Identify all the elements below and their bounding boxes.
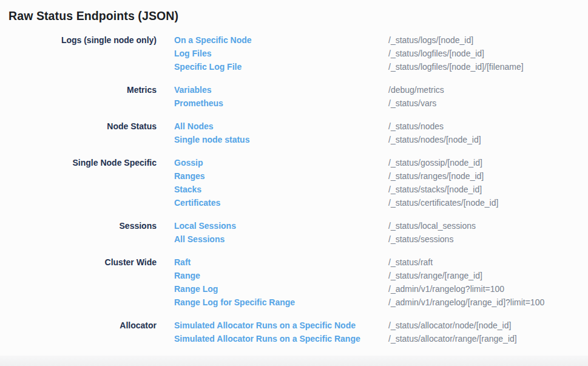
section-category-cell: Logs (single node only): [0, 33, 157, 73]
section-category-cell: Single Node Specific: [0, 156, 157, 209]
section-links-column: RaftRangeRange LogRange Log for Specific…: [157, 256, 388, 309]
endpoint-path: /_status/vars: [388, 97, 588, 110]
footer-strip: [0, 356, 588, 366]
endpoint-link[interactable]: Raft: [174, 256, 388, 269]
endpoint-link[interactable]: Stacks: [174, 183, 388, 196]
endpoint-path: /debug/metrics: [388, 83, 588, 97]
section-category-label: Metrics: [0, 83, 157, 97]
endpoint-section: Metrics VariablesPrometheus /debug/metri…: [0, 83, 588, 110]
section-category-cell: Node Status: [0, 120, 157, 146]
endpoint-section: Sessions Local SessionsAll Sessions /_st…: [0, 219, 588, 246]
section-category-cell: Sessions: [0, 219, 157, 246]
endpoint-link[interactable]: Simulated Allocator Runs on a Specific N…: [174, 319, 388, 332]
section-links-column: All NodesSingle node status: [157, 120, 388, 146]
section-links-column: VariablesPrometheus: [157, 83, 388, 110]
endpoint-path: /_admin/v1/rangelog/[range_id]?limit=100: [388, 296, 588, 309]
endpoint-path: /_status/logfiles/[node_id]: [388, 47, 588, 60]
endpoint-section: Logs (single node only) On a Specific No…: [0, 33, 588, 73]
endpoint-path: /_status/logfiles/[node_id]/[filename]: [388, 60, 588, 73]
section-category-label: Node Status: [0, 120, 157, 133]
section-category-cell: Allocator: [0, 319, 157, 345]
endpoint-path: /_status/ranges/[node_id]: [388, 169, 588, 183]
endpoint-path: /_status/gossip/[node_id]: [388, 156, 588, 169]
endpoint-path: /_status/allocator/range/[range_id]: [388, 332, 588, 345]
endpoints-table: Logs (single node only) On a Specific No…: [0, 33, 588, 345]
endpoint-section: Single Node Specific GossipRangesStacksC…: [0, 156, 588, 209]
endpoint-link[interactable]: Local Sessions: [174, 219, 388, 232]
endpoint-path: /_status/allocator/node/[node_id]: [388, 319, 588, 332]
section-category-label: Allocator: [0, 319, 157, 332]
section-category-label: Logs (single node only): [0, 33, 157, 47]
endpoint-link[interactable]: Range Log for Specific Range: [174, 296, 388, 309]
endpoint-link[interactable]: Simulated Allocator Runs on a Specific R…: [174, 332, 388, 345]
page-title: Raw Status Endpoints (JSON): [8, 8, 588, 23]
endpoint-path: /_status/raft: [388, 256, 588, 269]
endpoint-section: Cluster Wide RaftRangeRange LogRange Log…: [0, 256, 588, 309]
section-links-column: GossipRangesStacksCertificates: [157, 156, 388, 209]
section-endpoints-column: /_status/raft/_status/range/[range_id]/_…: [388, 256, 588, 309]
section-category-label: Single Node Specific: [0, 156, 157, 169]
section-links-column: Simulated Allocator Runs on a Specific N…: [157, 319, 388, 345]
section-endpoints-column: /_status/local_sessions/_status/sessions: [388, 219, 588, 246]
endpoint-path: /_status/sessions: [388, 232, 588, 246]
endpoint-link[interactable]: All Nodes: [174, 120, 388, 133]
endpoint-link[interactable]: Variables: [174, 83, 388, 97]
endpoint-section: Allocator Simulated Allocator Runs on a …: [0, 319, 588, 345]
section-category-cell: Cluster Wide: [0, 256, 157, 309]
endpoint-link[interactable]: Range Log: [174, 282, 388, 296]
endpoint-link[interactable]: Range: [174, 269, 388, 282]
section-category-cell: Metrics: [0, 83, 157, 110]
section-category-label: Sessions: [0, 219, 157, 232]
endpoint-link[interactable]: Ranges: [174, 169, 388, 183]
endpoint-path: /_status/local_sessions: [388, 219, 588, 232]
endpoint-link[interactable]: Log Files: [174, 47, 388, 60]
section-endpoints-column: /_status/allocator/node/[node_id]/_statu…: [388, 319, 588, 345]
endpoint-path: /_status/nodes: [388, 120, 588, 133]
section-endpoints-column: /debug/metrics/_status/vars: [388, 83, 588, 110]
section-category-label: Cluster Wide: [0, 256, 157, 269]
endpoint-path: /_status/stacks/[node_id]: [388, 183, 588, 196]
endpoint-link[interactable]: Prometheus: [174, 97, 388, 110]
endpoint-link[interactable]: Specific Log File: [174, 60, 388, 73]
endpoint-section: Node Status All NodesSingle node status …: [0, 120, 588, 146]
raw-status-endpoints-page: Raw Status Endpoints (JSON) Logs (single…: [0, 0, 588, 345]
section-endpoints-column: /_status/logs/[node_id]/_status/logfiles…: [388, 33, 588, 73]
endpoint-path: /_admin/v1/rangelog?limit=100: [388, 282, 588, 296]
section-links-column: On a Specific NodeLog FilesSpecific Log …: [157, 33, 388, 73]
section-links-column: Local SessionsAll Sessions: [157, 219, 388, 246]
section-endpoints-column: /_status/nodes/_status/nodes/[node_id]: [388, 120, 588, 146]
endpoint-path: /_status/nodes/[node_id]: [388, 133, 588, 146]
endpoint-link[interactable]: All Sessions: [174, 232, 388, 246]
endpoint-link[interactable]: Gossip: [174, 156, 388, 169]
section-endpoints-column: /_status/gossip/[node_id]/_status/ranges…: [388, 156, 588, 209]
endpoint-path: /_status/range/[range_id]: [388, 269, 588, 282]
endpoint-link[interactable]: Certificates: [174, 196, 388, 209]
endpoint-path: /_status/logs/[node_id]: [388, 33, 588, 47]
endpoint-link[interactable]: Single node status: [174, 133, 388, 146]
endpoint-path: /_status/certificates/[node_id]: [388, 196, 588, 209]
endpoint-link[interactable]: On a Specific Node: [174, 33, 388, 47]
